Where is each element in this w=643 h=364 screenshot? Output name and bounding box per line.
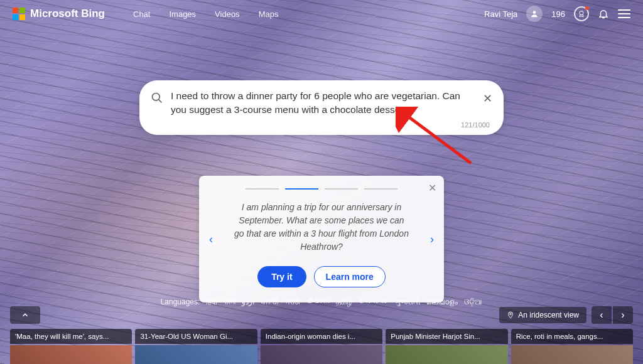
- header-right: Ravi Teja 196: [484, 6, 630, 22]
- news-card[interactable]: 'Maa, they will kill me', says...: [10, 329, 132, 364]
- news-headline: 'Maa, they will kill me', says...: [10, 329, 132, 344]
- lang-link[interactable]: తెలుగు: [306, 297, 330, 306]
- nav-videos[interactable]: Videos: [215, 9, 240, 19]
- avatar[interactable]: [526, 6, 543, 22]
- search-query-text[interactable]: I need to throw a dinner party for 6 peo…: [171, 89, 472, 116]
- news-card[interactable]: Indian-origin woman dies i...: [261, 329, 382, 364]
- lang-link[interactable]: हिंदी: [206, 297, 217, 306]
- prev-wallpaper-button[interactable]: ‹: [592, 306, 612, 324]
- learn-more-button[interactable]: Learn more: [314, 266, 386, 287]
- person-icon: [530, 9, 539, 18]
- news-headline: 31-Year-Old US Woman Gi...: [135, 329, 257, 344]
- next-wallpaper-button[interactable]: ›: [613, 306, 633, 324]
- search-icon: [151, 92, 163, 104]
- news-card[interactable]: Rice, roti in meals, gangs...: [511, 329, 633, 364]
- image-info-pill[interactable]: An iridescent view: [499, 307, 586, 323]
- image-caption: An iridescent view: [518, 311, 579, 319]
- logo-group[interactable]: Microsoft Bing: [13, 8, 105, 20]
- chevron-up-icon: [21, 311, 30, 319]
- hamburger-menu-icon[interactable]: [618, 9, 630, 18]
- nav-images[interactable]: Images: [169, 9, 196, 19]
- lang-link[interactable]: ಕನ್ನಡ: [359, 297, 389, 306]
- news-thumbnail: [135, 345, 257, 364]
- notifications-icon[interactable]: [598, 8, 609, 19]
- location-pin-icon: [507, 311, 514, 319]
- news-thumbnail: [10, 345, 132, 364]
- chevron-right-icon[interactable]: ›: [430, 233, 434, 246]
- languages-bar: Languages: हिंदी বাংলা اردو ਪੰਜਾਬੀ मराठी…: [161, 297, 483, 306]
- chevron-left-icon[interactable]: ‹: [209, 233, 213, 246]
- lang-link[interactable]: தமிழ்: [336, 297, 352, 306]
- close-icon[interactable]: ✕: [428, 182, 436, 194]
- nav-maps[interactable]: Maps: [259, 9, 279, 19]
- lang-link[interactable]: اردو: [242, 297, 254, 306]
- bottom-bar: An iridescent view ‹ › 'Maa, they will k…: [0, 309, 643, 364]
- svg-point-3: [510, 313, 512, 315]
- news-card[interactable]: 31-Year-Old US Woman Gi...: [135, 329, 257, 364]
- news-card[interactable]: Punjab Minister Harjot Sin...: [386, 329, 507, 364]
- primary-nav: Chat Images Videos Maps: [133, 9, 278, 19]
- news-thumbnail: [261, 345, 382, 364]
- svg-point-1: [580, 11, 583, 15]
- lang-link[interactable]: मराठी: [286, 297, 300, 306]
- lang-link[interactable]: বাংলা: [224, 297, 235, 306]
- languages-label: Languages:: [161, 297, 200, 306]
- news-strip: 'Maa, they will kill me', says... 31-Yea…: [10, 329, 633, 364]
- promo-example-text: I am planning a trip for our anniversary…: [233, 201, 410, 254]
- news-headline: Indian-origin woman dies i...: [261, 329, 382, 344]
- brand-name: Microsoft Bing: [30, 8, 105, 20]
- lang-link[interactable]: ਪੰਜਾਬੀ: [261, 297, 279, 306]
- svg-point-0: [533, 11, 536, 14]
- clear-search-icon[interactable]: ✕: [483, 92, 492, 105]
- microsoft-logo-icon: [13, 8, 25, 20]
- news-headline: Punjab Minister Harjot Sin...: [386, 329, 507, 344]
- rewards-icon[interactable]: [574, 6, 589, 21]
- char-count: 121/1000: [461, 121, 490, 129]
- carousel-indicators[interactable]: [233, 188, 410, 190]
- nav-chat[interactable]: Chat: [133, 9, 150, 19]
- lang-link[interactable]: ગુજરાતી: [395, 297, 420, 306]
- rewards-points[interactable]: 196: [551, 9, 565, 19]
- header-bar: Microsoft Bing Chat Images Videos Maps R…: [0, 0, 643, 28]
- lang-link[interactable]: മലയാളം: [426, 297, 458, 306]
- news-thumbnail: [386, 345, 507, 364]
- user-name[interactable]: Ravi Teja: [484, 9, 517, 19]
- expand-news-button[interactable]: [10, 306, 40, 324]
- news-thumbnail: [511, 345, 633, 364]
- search-box[interactable]: I need to throw a dinner party for 6 peo…: [139, 80, 504, 135]
- wallpaper-nav: ‹ ›: [592, 306, 633, 324]
- news-headline: Rice, roti in meals, gangs...: [511, 329, 633, 344]
- lang-link[interactable]: ଓଡ଼ିଆ: [464, 297, 482, 306]
- svg-point-2: [153, 94, 160, 101]
- promo-card: ✕ ‹ › I am planning a trip for our anniv…: [199, 176, 444, 302]
- try-it-button[interactable]: Try it: [257, 266, 306, 287]
